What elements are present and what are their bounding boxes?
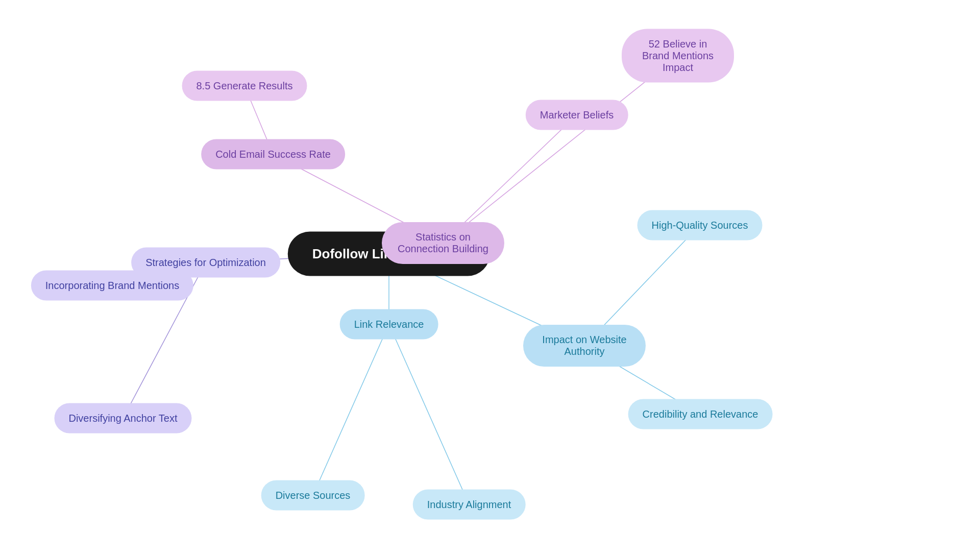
brand-mentions-impact-node: 52 Believe in Brand Mentions Impact [622, 29, 734, 83]
svg-line-12 [313, 324, 389, 495]
statistics-node: Statistics on Connection Building [382, 222, 504, 264]
impact-authority-node: Impact on Website Authority [523, 325, 646, 367]
high-quality-sources-node: High-Quality Sources [638, 210, 763, 241]
mindmap-container: Dofollow Links and SEO Statistics on Con… [0, 0, 980, 553]
marketer-beliefs-node: Marketer Beliefs [526, 100, 628, 130]
cold-email-node: Cold Email Success Rate [201, 139, 345, 170]
svg-line-13 [389, 324, 469, 504]
diverse-sources-node: Diverse Sources [261, 480, 365, 511]
link-relevance-node: Link Relevance [340, 309, 438, 340]
industry-alignment-node: Industry Alignment [413, 490, 526, 520]
generate-results-node: 8.5 Generate Results [182, 71, 307, 101]
incorporating-brand-node: Incorporating Brand Mentions [31, 271, 193, 301]
credibility-relevance-node: Credibility and Relevance [628, 399, 773, 429]
diversifying-anchor-node: Diversifying Anchor Text [54, 403, 191, 434]
